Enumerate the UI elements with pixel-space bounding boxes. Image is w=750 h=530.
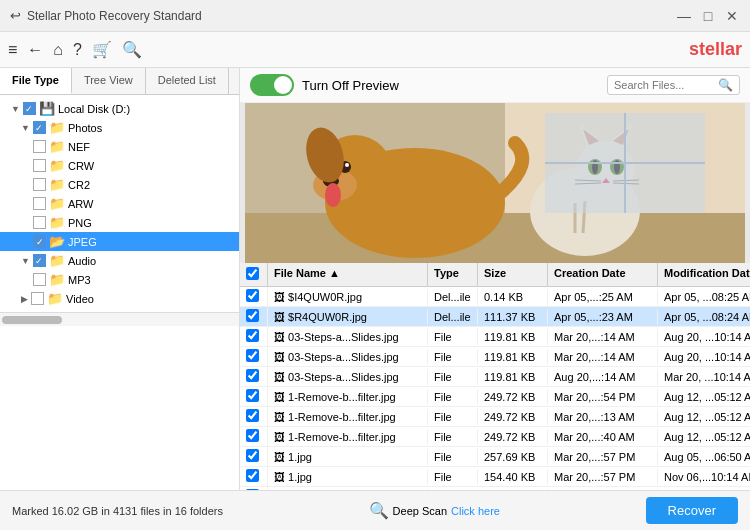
checkbox-local-disk[interactable]: ✓ bbox=[23, 102, 36, 115]
checkbox-jpeg[interactable]: ✓ bbox=[33, 235, 46, 248]
cell-modified: Oct 29, ...05:49 AM bbox=[658, 489, 750, 491]
tree-item-audio[interactable]: ▼ ✓ 📁 Audio bbox=[0, 251, 239, 270]
help-icon[interactable]: ? bbox=[73, 41, 82, 59]
table-row[interactable]: 🖼 1.jpg File 154.40 KB Mar 20,...:57 PM … bbox=[240, 467, 750, 487]
table-row[interactable]: 🖼 1-Remove-b...filter.jpg File 249.72 KB… bbox=[240, 387, 750, 407]
file-icon: 🖼 bbox=[274, 331, 285, 343]
checkbox-video[interactable] bbox=[31, 292, 44, 305]
cell-type: Del...ile bbox=[428, 309, 478, 325]
header-filename[interactable]: File Name ▲ bbox=[268, 263, 428, 286]
search-box[interactable]: 🔍 bbox=[607, 75, 740, 95]
folder-icon-crw: 📁 bbox=[49, 158, 65, 173]
checkbox-photos[interactable]: ✓ bbox=[33, 121, 46, 134]
checkbox-audio[interactable]: ✓ bbox=[33, 254, 46, 267]
cell-modified: Aug 12, ...05:12 AM bbox=[658, 409, 750, 425]
table-row[interactable]: 🖼 1-Remove-b...filter.jpg File 249.72 KB… bbox=[240, 407, 750, 427]
cell-type: File bbox=[428, 469, 478, 485]
preview-image-area bbox=[240, 103, 750, 263]
header-size[interactable]: Size bbox=[478, 263, 548, 286]
tree-label-crw: CRW bbox=[68, 160, 94, 172]
checkbox-arw[interactable] bbox=[33, 197, 46, 210]
tree-item-arw[interactable]: 📁 ARW bbox=[0, 194, 239, 213]
checkbox-nef[interactable] bbox=[33, 140, 46, 153]
cell-type: File bbox=[428, 389, 478, 405]
close-button[interactable]: ✕ bbox=[724, 8, 740, 24]
row-checkbox[interactable] bbox=[246, 449, 259, 462]
minimize-button[interactable]: — bbox=[676, 8, 692, 24]
table-row[interactable]: 🖼 1.jpg File 257.69 KB Mar 20,...:57 PM … bbox=[240, 447, 750, 467]
cart-icon[interactable]: 🛒 bbox=[92, 40, 112, 59]
select-all-checkbox[interactable] bbox=[246, 267, 259, 280]
click-here-link[interactable]: Click here bbox=[451, 505, 500, 517]
file-icon: 🖼 bbox=[274, 291, 285, 303]
recover-button[interactable]: Recover bbox=[646, 497, 738, 524]
row-checkbox[interactable] bbox=[246, 329, 259, 342]
checkbox-mp3[interactable] bbox=[33, 273, 46, 286]
cell-filename: 🖼 1.jpg bbox=[268, 469, 428, 485]
cell-type: File bbox=[428, 489, 478, 491]
header-created[interactable]: Creation Date bbox=[548, 263, 658, 286]
table-row[interactable]: 🖼 1-Remove-b...filter.jpg File 249.72 KB… bbox=[240, 427, 750, 447]
cell-size: 119.81 KB bbox=[478, 349, 548, 365]
row-checkbox[interactable] bbox=[246, 289, 259, 302]
bottom-left: Marked 16.02 GB in 4131 files in 16 fold… bbox=[12, 505, 223, 517]
home-icon[interactable]: ⌂ bbox=[53, 41, 63, 59]
tab-deleted-list[interactable]: Deleted List bbox=[146, 68, 229, 94]
file-icon: 🖼 bbox=[274, 371, 285, 383]
table-row[interactable]: 🖼 $R4QUW0R.jpg Del...ile 111.37 KB Apr 0… bbox=[240, 307, 750, 327]
cell-created: Apr 05,...:23 AM bbox=[548, 309, 658, 325]
tree-item-photos[interactable]: ▼ ✓ 📁 Photos bbox=[0, 118, 239, 137]
row-checkbox[interactable] bbox=[246, 349, 259, 362]
table-row[interactable]: 🖼 03-Steps-a...Slides.jpg File 119.81 KB… bbox=[240, 327, 750, 347]
header-check bbox=[240, 263, 268, 286]
title-text: Stellar Photo Recovery Standard bbox=[27, 9, 202, 23]
hscroll-thumb[interactable] bbox=[2, 316, 62, 324]
tree-label-jpeg: JPEG bbox=[68, 236, 97, 248]
title-bar-left: ↩ Stellar Photo Recovery Standard bbox=[10, 8, 202, 23]
table-row[interactable]: 🖼 1.jpg File 154.54 KB Mar 20,...:57 PM … bbox=[240, 487, 750, 490]
tree-label-mp3: MP3 bbox=[68, 274, 91, 286]
search-input[interactable] bbox=[614, 79, 714, 91]
tree-item-cr2[interactable]: 📁 CR2 bbox=[0, 175, 239, 194]
tree-item-nef[interactable]: 📁 NEF bbox=[0, 137, 239, 156]
tree-item-jpeg[interactable]: ✓ 📂 JPEG bbox=[0, 232, 239, 251]
row-checkbox[interactable] bbox=[246, 469, 259, 482]
checkbox-cr2[interactable] bbox=[33, 178, 46, 191]
table-row[interactable]: 🖼 03-Steps-a...Slides.jpg File 119.81 KB… bbox=[240, 367, 750, 387]
tree-item-crw[interactable]: 📁 CRW bbox=[0, 156, 239, 175]
cell-modified: Aug 20, ...10:14 AM bbox=[658, 349, 750, 365]
search-toolbar-icon[interactable]: 🔍 bbox=[122, 40, 142, 59]
row-checkbox[interactable] bbox=[246, 369, 259, 382]
header-modified[interactable]: Modification Date bbox=[658, 263, 750, 286]
checkbox-crw[interactable] bbox=[33, 159, 46, 172]
back-icon[interactable]: ← bbox=[27, 41, 43, 59]
tree-item-video[interactable]: ▶ 📁 Video bbox=[0, 289, 239, 308]
bottom-bar: Marked 16.02 GB in 4131 files in 16 fold… bbox=[0, 490, 750, 530]
folder-icon-photos: 📁 bbox=[49, 120, 65, 135]
header-type[interactable]: Type bbox=[428, 263, 478, 286]
row-checkbox[interactable] bbox=[246, 429, 259, 442]
maximize-button[interactable]: □ bbox=[700, 8, 716, 24]
row-checkbox[interactable] bbox=[246, 389, 259, 402]
preview-toggle[interactable] bbox=[250, 74, 294, 96]
tree-item-local-disk[interactable]: ▼ ✓ 💾 Local Disk (D:) bbox=[0, 99, 239, 118]
file-icon: 🖼 bbox=[274, 471, 285, 483]
tab-tree-view[interactable]: Tree View bbox=[72, 68, 146, 94]
row-checkbox[interactable] bbox=[246, 309, 259, 322]
folder-icon-png: 📁 bbox=[49, 215, 65, 230]
row-checkbox[interactable] bbox=[246, 409, 259, 422]
cell-size: 257.69 KB bbox=[478, 449, 548, 465]
left-panel-hscroll[interactable] bbox=[0, 312, 239, 326]
file-icon: 🖼 bbox=[274, 431, 285, 443]
file-list-header: File Name ▲ Type Size Creation Date Modi… bbox=[240, 263, 750, 287]
table-row[interactable]: 🖼 $I4QUW0R.jpg Del...ile 0.14 KB Apr 05,… bbox=[240, 287, 750, 307]
cell-modified: Aug 20, ...10:14 AM bbox=[658, 329, 750, 345]
table-row[interactable]: 🖼 03-Steps-a...Slides.jpg File 119.81 KB… bbox=[240, 347, 750, 367]
row-checkbox[interactable] bbox=[246, 489, 259, 490]
checkbox-png[interactable] bbox=[33, 216, 46, 229]
tree-item-mp3[interactable]: 📁 MP3 bbox=[0, 270, 239, 289]
tab-file-type[interactable]: File Type bbox=[0, 68, 72, 94]
left-panel: File Type Tree View Deleted List ▼ ✓ 💾 L… bbox=[0, 68, 240, 490]
tree-item-png[interactable]: 📁 PNG bbox=[0, 213, 239, 232]
menu-icon[interactable]: ≡ bbox=[8, 41, 17, 59]
